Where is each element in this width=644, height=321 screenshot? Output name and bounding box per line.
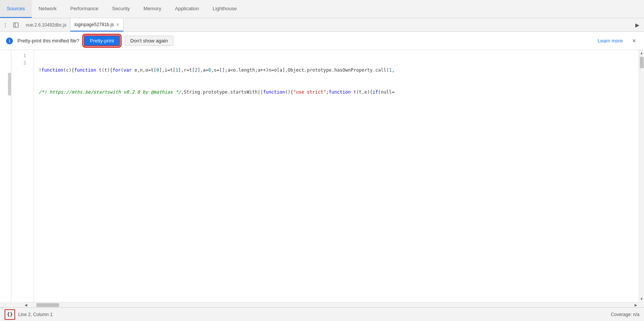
line-numbers: 1 2 xyxy=(11,50,34,302)
code-line-2: /*! https://mths.be/startswith v0.2.0 by… xyxy=(39,89,634,96)
file-tab-vue[interactable]: vue.2.6.10492dbc.js xyxy=(22,18,70,31)
dont-show-button[interactable]: Don't show again xyxy=(125,36,174,46)
file-tabs-row: ⋮ vue.2.6.10492dbc.js loginpage52781b.js… xyxy=(0,18,644,32)
tab-memory[interactable]: Memory xyxy=(137,0,168,18)
cursor-position: Line 2, Column 1 xyxy=(18,312,53,317)
h-scroll-thumb xyxy=(36,303,59,307)
more-tabs-icon[interactable]: ⋮ xyxy=(2,20,9,30)
scroll-track[interactable] xyxy=(639,56,644,296)
coverage-status: Coverage: n/a xyxy=(611,312,639,317)
scroll-left-arrow[interactable]: ◀ xyxy=(23,302,29,308)
tab-security[interactable]: Security xyxy=(105,0,137,18)
info-icon: i xyxy=(6,38,13,44)
status-bar: {} Line 2, Column 1 Coverage: n/a xyxy=(0,307,644,321)
scroll-up-arrow[interactable]: ▲ xyxy=(639,50,644,56)
format-button[interactable]: {} xyxy=(5,309,15,320)
svg-rect-0 xyxy=(14,23,18,27)
right-scrollbar: ▲ ▼ xyxy=(639,50,644,302)
line-number-1: 1 xyxy=(11,52,29,60)
bottom-scrollbar: ◀ ▶ xyxy=(23,302,639,307)
tab-network[interactable]: Network xyxy=(32,0,64,18)
expand-panel-icon[interactable]: ▶ xyxy=(632,20,642,30)
code-editor[interactable]: !function(c){function t(t){for(var e,n,o… xyxy=(34,50,639,302)
scroll-right-arrow[interactable]: ▶ xyxy=(633,302,639,308)
scroll-thumb xyxy=(640,57,644,68)
left-scroll-thumb xyxy=(8,73,11,96)
file-tab-login-label: loginpage52781b.js xyxy=(74,22,114,27)
tab-sources[interactable]: Sources xyxy=(0,0,32,18)
code-line-1: !function(c){function t(t){for(var e,n,o… xyxy=(39,67,634,74)
pretty-print-button[interactable]: Pretty-print xyxy=(84,35,120,46)
file-tab-vue-label: vue.2.6.10492dbc.js xyxy=(26,22,66,28)
panel-left-icon[interactable] xyxy=(11,20,21,30)
left-gutter xyxy=(0,50,11,302)
tab-performance[interactable]: Performance xyxy=(63,0,105,18)
banner-message: Pretty-print this minified file? xyxy=(17,38,79,44)
learn-more-link[interactable]: Learn more xyxy=(598,38,623,44)
file-tab-login[interactable]: loginpage52781b.js × xyxy=(70,18,123,31)
h-scroll-track[interactable] xyxy=(29,302,633,308)
tab-lighthouse[interactable]: Lighthouse xyxy=(206,0,244,18)
close-tab-icon[interactable]: × xyxy=(116,22,119,27)
code-area: 1 2 !function(c){function t(t){for(var e… xyxy=(0,50,644,302)
tab-application[interactable]: Application xyxy=(168,0,206,18)
scroll-down-arrow[interactable]: ▼ xyxy=(639,296,644,302)
close-banner-icon[interactable]: × xyxy=(630,37,638,45)
top-nav-bar: Sources Network Performance Security Mem… xyxy=(0,0,644,18)
pretty-print-banner: i Pretty-print this minified file? Prett… xyxy=(0,32,644,50)
line-number-2: 2 xyxy=(11,60,29,67)
